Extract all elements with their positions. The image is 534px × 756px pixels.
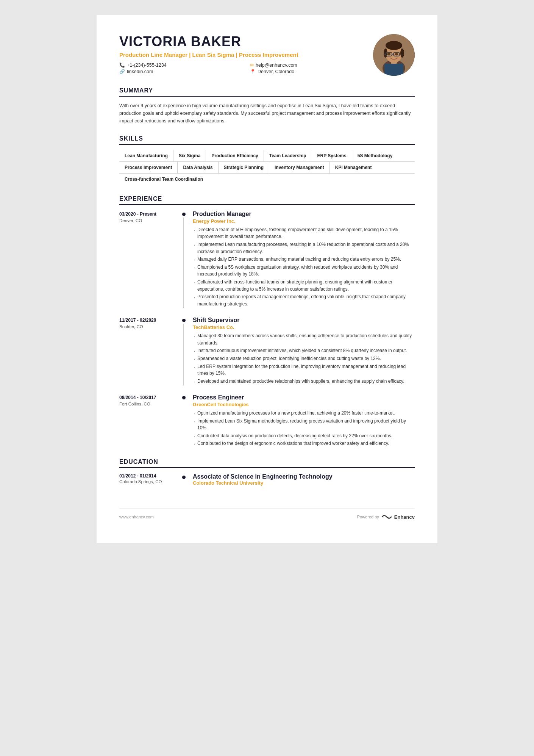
exp-date: 08/2014 - 10/2017 [119, 394, 180, 401]
skill-tag: 5S Methodology [352, 150, 398, 161]
exp-bullet: Instituted continuous improvement initia… [193, 347, 415, 354]
exp-dot-col [180, 394, 187, 448]
exp-line [183, 324, 184, 385]
email-value: help@enhancv.com [256, 63, 297, 68]
exp-dot-col [180, 316, 187, 385]
exp-bullets: Optimized manufacturing processes for a … [193, 410, 415, 447]
skill-tag: ERP Systems [312, 150, 352, 161]
edu-dot-col [180, 473, 187, 486]
exp-company: TechBatteries Co. [193, 324, 415, 330]
website-item: 🔗 linkedin.com [119, 69, 242, 74]
footer-website: www.enhancv.com [119, 515, 154, 519]
exp-location: Boulder, CO [119, 324, 180, 329]
skill-row: Process ImprovementData AnalysisStrategi… [119, 162, 415, 174]
experience-entry: 03/2020 - Present Denver, CO Production … [119, 210, 415, 308]
exp-bullets: Managed 30 team members across various s… [193, 332, 415, 385]
exp-job-title: Production Manager [193, 210, 415, 218]
exp-location: Fort Collins, CO [119, 402, 180, 406]
powered-by-label: Powered by [357, 515, 379, 519]
exp-right: Production Manager Energy Power Inc. Dir… [187, 210, 415, 308]
contact-grid: 📞 +1-(234)-555-1234 ✉ help@enhancv.com 🔗… [119, 63, 373, 74]
skills-section: SKILLS Lean ManufacturingSix SigmaProduc… [119, 135, 415, 185]
brand-name: Enhancv [394, 514, 415, 520]
skill-tag: KPI Management [330, 162, 377, 173]
svg-rect-14 [384, 64, 403, 76]
skill-tag: Lean Manufacturing [119, 150, 173, 161]
exp-bullet: Directed a team of 50+ employees, foster… [193, 226, 415, 240]
email-item: ✉ help@enhancv.com [250, 63, 373, 68]
skill-tag: Team Leadership [264, 150, 312, 161]
exp-bullet: Managed 30 team members across various s… [193, 332, 415, 346]
exp-bullet: Spearheaded a waste reduction project, i… [193, 355, 415, 362]
skill-tag: Inventory Management [269, 162, 330, 173]
skills-title: SKILLS [119, 135, 415, 145]
skill-tag: Data Analysis [178, 162, 218, 173]
education-entry: 01/2012 - 01/2014 Colorado Springs, CO A… [119, 473, 415, 486]
edu-right: Associate of Science in Engineering Tech… [187, 473, 415, 486]
exp-right: Process Engineer GreenCell Technologies … [187, 394, 415, 448]
exp-company: Energy Power Inc. [193, 218, 415, 224]
exp-bullet: Optimized manufacturing processes for a … [193, 410, 415, 417]
exp-date: 11/2017 - 02/2020 [119, 317, 180, 324]
exp-line [183, 218, 184, 308]
education-section: EDUCATION 01/2012 - 01/2014 Colorado Spr… [119, 459, 415, 486]
edu-degree: Associate of Science in Engineering Tech… [193, 473, 415, 480]
exp-bullet: Collaborated with cross-functional teams… [193, 279, 415, 293]
exp-bullet: Managed daily ERP transactions, enhancin… [193, 256, 415, 263]
location-value: Denver, Colorado [258, 69, 294, 74]
exp-bullet: Developed and maintained productive rela… [193, 378, 415, 385]
svg-point-12 [387, 53, 390, 56]
exp-left: 11/2017 - 02/2020 Boulder, CO [119, 316, 180, 385]
exp-bullet: Led ERP system integration for the produ… [193, 363, 415, 377]
exp-right: Shift Supervisor TechBatteries Co. Manag… [187, 316, 415, 385]
exp-location: Denver, CO [119, 218, 180, 223]
exp-bullet: Implemented Lean manufacturing processes… [193, 241, 415, 255]
phone-item: 📞 +1-(234)-555-1234 [119, 63, 242, 68]
avatar [373, 34, 415, 76]
exp-bullet: Presented production reports at manageme… [193, 293, 415, 307]
avatar-svg [373, 34, 415, 76]
skill-tag: Process Improvement [119, 162, 178, 173]
exp-date: 03/2020 - Present [119, 211, 180, 218]
website-value: linkedin.com [127, 69, 153, 74]
phone-value: +1-(234)-555-1234 [127, 63, 167, 68]
enhancv-logo-icon [381, 513, 392, 520]
skill-row: Lean ManufacturingSix SigmaProduction Ef… [119, 150, 415, 162]
candidate-name: VICTORIA BAKER [119, 34, 373, 49]
skill-tag: Strategic Planning [219, 162, 269, 173]
skill-row: Cross-functional Team Coordination [119, 174, 415, 185]
phone-icon: 📞 [119, 63, 125, 68]
summary-section: SUMMARY With over 9 years of experience … [119, 87, 415, 125]
exp-bullets: Directed a team of 50+ employees, foster… [193, 226, 415, 308]
exp-bullet: Championed a 5S workplace organization s… [193, 264, 415, 278]
experience-title: EXPERIENCE [119, 196, 415, 205]
edu-dot [182, 476, 186, 479]
experience-entry: 11/2017 - 02/2020 Boulder, CO Shift Supe… [119, 316, 415, 385]
exp-left: 03/2020 - Present Denver, CO [119, 210, 180, 308]
exp-left: 08/2014 - 10/2017 Fort Collins, CO [119, 394, 180, 448]
svg-point-6 [400, 49, 404, 58]
skill-tag: Production Efficiency [206, 150, 264, 161]
exp-company: GreenCell Technologies [193, 402, 415, 407]
skills-grid: Lean ManufacturingSix SigmaProduction Ef… [119, 150, 415, 185]
education-title: EDUCATION [119, 459, 415, 468]
svg-point-13 [395, 53, 398, 56]
education-list: 01/2012 - 01/2014 Colorado Springs, CO A… [119, 473, 415, 486]
svg-point-4 [386, 41, 402, 50]
location-item: 📍 Denver, Colorado [250, 69, 373, 74]
edu-date: 01/2012 - 01/2014 [119, 473, 180, 479]
footer: www.enhancv.com Powered by Enhancv [119, 509, 415, 520]
summary-title: SUMMARY [119, 87, 415, 97]
exp-dot-col [180, 210, 187, 308]
exp-bullet: Implemented Lean Six Sigma methodologies… [193, 418, 415, 432]
location-icon: 📍 [250, 69, 256, 74]
skill-tag: Six Sigma [173, 150, 206, 161]
experience-section: EXPERIENCE 03/2020 - Present Denver, CO … [119, 196, 415, 448]
edu-location: Colorado Springs, CO [119, 479, 180, 484]
footer-brand: Powered by Enhancv [357, 513, 415, 520]
email-icon: ✉ [250, 63, 254, 68]
header-left: VICTORIA BAKER Production Line Manager |… [119, 34, 373, 74]
resume-page: VICTORIA BAKER Production Line Manager |… [97, 15, 437, 543]
link-icon: 🔗 [119, 69, 125, 74]
exp-job-title: Shift Supervisor [193, 316, 415, 324]
